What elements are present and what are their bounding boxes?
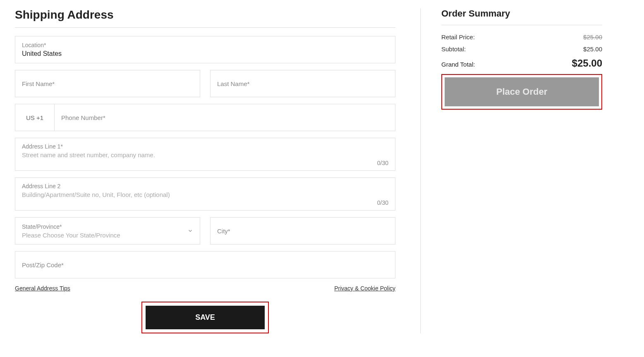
address-line2-placeholder: Building/Apartment/Suite no, Unit, Floor…	[22, 191, 388, 198]
last-name-label: Last Name*	[217, 80, 388, 87]
save-button[interactable]: SAVE	[146, 306, 265, 329]
retail-label: Retail Price:	[441, 34, 475, 41]
chevron-down-icon	[187, 228, 193, 234]
address-line1-placeholder: Street name and street number, company n…	[22, 151, 388, 158]
subtotal-value: $25.00	[583, 46, 602, 53]
phone-prefix-value: US +1	[26, 114, 43, 121]
state-label: State/Province*	[22, 223, 193, 230]
city-field[interactable]: City*	[210, 217, 395, 244]
shipping-form-section: Shipping Address Location* United States…	[15, 8, 395, 333]
address-line1-field[interactable]: Address Line 1* Street name and street n…	[15, 138, 395, 171]
address-line2-label: Address Line 2	[22, 183, 388, 189]
divider	[15, 27, 395, 28]
grand-label: Grand Total:	[441, 61, 475, 68]
state-placeholder: Please Choose Your State/Province	[22, 232, 193, 239]
grand-value: $25.00	[572, 58, 602, 69]
address-line2-count: 0/30	[377, 199, 388, 206]
address-line1-label: Address Line 1*	[22, 143, 388, 150]
last-name-field[interactable]: Last Name*	[210, 70, 395, 97]
first-name-field[interactable]: First Name*	[15, 70, 200, 97]
location-field[interactable]: Location* United States	[15, 36, 395, 63]
location-value: United States	[22, 50, 388, 58]
save-button-highlight: SAVE	[141, 302, 269, 333]
zip-label: Post/Zip Code*	[22, 261, 388, 268]
divider	[441, 25, 602, 25]
phone-number-label: Phone Number*	[61, 114, 105, 121]
phone-number-field[interactable]: Phone Number*	[54, 104, 395, 131]
retail-value: $25.00	[583, 34, 602, 41]
shipping-title: Shipping Address	[15, 8, 395, 22]
state-select[interactable]: State/Province* Please Choose Your State…	[15, 217, 200, 244]
address-line1-count: 0/30	[377, 160, 388, 166]
place-order-button[interactable]: Place Order	[445, 77, 599, 106]
subtotal-label: Subtotal:	[441, 46, 466, 53]
order-summary-title: Order Summary	[441, 8, 602, 19]
address-tips-link[interactable]: General Address Tips	[15, 285, 70, 292]
order-summary-section: Order Summary Retail Price: $25.00 Subto…	[420, 8, 602, 333]
subtotal-row: Subtotal: $25.00	[441, 46, 602, 53]
zip-field[interactable]: Post/Zip Code*	[15, 251, 395, 278]
city-label: City*	[217, 228, 388, 235]
address-line2-field[interactable]: Address Line 2 Building/Apartment/Suite …	[15, 177, 395, 211]
place-order-highlight: Place Order	[441, 74, 602, 110]
phone-prefix-select[interactable]: US +1	[15, 104, 54, 131]
privacy-policy-link[interactable]: Privacy & Cookie Policy	[334, 285, 395, 292]
first-name-label: First Name*	[22, 80, 193, 87]
retail-price-row: Retail Price: $25.00	[441, 34, 602, 41]
grand-total-row: Grand Total: $25.00	[441, 58, 602, 69]
location-label: Location*	[22, 42, 388, 48]
